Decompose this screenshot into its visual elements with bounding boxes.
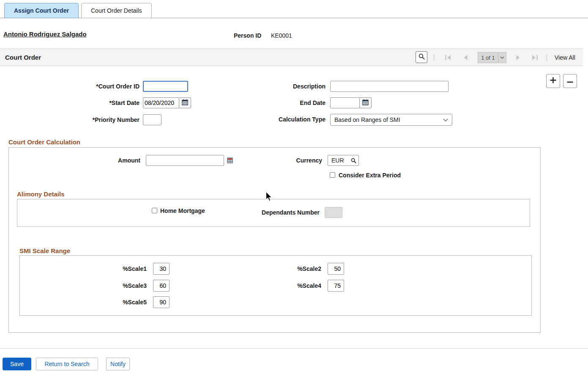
dependants-number-label: Dependants Number xyxy=(235,207,320,218)
tab-assign-label: Assign Court Order xyxy=(14,7,69,14)
home-mortgage-label: Home Mortgage xyxy=(160,205,205,216)
consider-extra-period-checkbox[interactable] xyxy=(330,172,335,178)
court-order-id-label: *Court Order ID xyxy=(0,81,139,92)
scale3-label: %Scale3 xyxy=(62,280,147,291)
scale5-input[interactable] xyxy=(153,296,170,308)
amount-label: Amount xyxy=(56,155,140,166)
start-date-input[interactable] xyxy=(143,97,179,108)
page-indicator-selector[interactable]: 1 of 1 xyxy=(478,52,506,63)
scale4-input[interactable] xyxy=(328,280,344,292)
home-mortgage-checkbox[interactable] xyxy=(152,208,157,213)
tab-details-label: Court Order Details xyxy=(91,7,142,14)
notify-button-label: Notify xyxy=(110,361,126,367)
delete-row-button[interactable] xyxy=(563,74,577,88)
minus-icon xyxy=(566,77,574,85)
calendar-icon xyxy=(362,99,369,107)
view-all-link[interactable]: View All xyxy=(555,54,575,61)
smi-section-title: SMI Scale Range xyxy=(19,247,70,254)
chevron-down-icon xyxy=(498,52,506,63)
scale5-label: %Scale5 xyxy=(62,297,147,308)
calculation-type-label: Calculation Type xyxy=(186,114,325,125)
calculation-type-value: Based on Ranges of SMI xyxy=(334,116,400,123)
end-date-label: End Date xyxy=(186,97,325,108)
scale4-label: %Scale4 xyxy=(237,280,321,291)
priority-number-input[interactable] xyxy=(143,114,161,125)
end-date-calendar-button[interactable] xyxy=(360,97,372,108)
description-label: Description xyxy=(186,81,325,92)
calculation-type-select[interactable]: Based on Ranges of SMI xyxy=(330,114,452,126)
divider xyxy=(434,54,434,61)
return-to-search-button[interactable]: Return to Search xyxy=(36,358,98,370)
calc-section-title: Court Order Calculation xyxy=(8,138,80,146)
plus-icon xyxy=(550,77,557,85)
chevron-down-icon xyxy=(443,119,448,121)
calculator-icon[interactable] xyxy=(227,157,233,165)
court-order-title: Court Order xyxy=(5,54,41,61)
tab-court-order-details[interactable]: Court Order Details xyxy=(81,3,152,18)
page-indicator-text: 1 of 1 xyxy=(478,55,498,61)
tab-assign-court-order[interactable]: Assign Court Order xyxy=(4,3,79,18)
next-page-icon[interactable] xyxy=(516,55,521,62)
footer-divider xyxy=(0,348,588,349)
last-page-icon[interactable] xyxy=(531,55,538,62)
previous-page-icon[interactable] xyxy=(463,55,468,62)
currency-field[interactable]: EUR xyxy=(328,155,359,166)
scale2-input[interactable] xyxy=(328,263,344,275)
first-page-icon[interactable] xyxy=(445,55,451,62)
start-date-label: *Start Date xyxy=(0,97,139,108)
scale1-label: %Scale1 xyxy=(62,263,147,274)
person-id-value: KE0001 xyxy=(271,32,292,39)
court-order-header-bar: Court Order 1 of 1 View All xyxy=(0,48,583,66)
description-input[interactable] xyxy=(330,81,449,92)
currency-label: Currency xyxy=(238,155,322,166)
amount-input[interactable] xyxy=(146,155,224,166)
return-to-search-label: Return to Search xyxy=(45,361,90,367)
lookup-search-icon[interactable] xyxy=(351,158,356,163)
save-button-label: Save xyxy=(10,361,24,367)
page: Assign Court Order Court Order Details A… xyxy=(0,0,588,375)
court-order-id-input[interactable] xyxy=(143,81,188,92)
alimony-section-title: Alimony Details xyxy=(17,190,65,198)
currency-value: EUR xyxy=(331,157,344,164)
person-name: Antonio Rodriguez Salgado xyxy=(3,30,87,38)
person-id-label: Person ID xyxy=(234,32,261,39)
scale1-input[interactable] xyxy=(153,263,170,275)
search-button[interactable] xyxy=(416,51,427,63)
tab-bar: Assign Court Order Court Order Details xyxy=(0,0,588,18)
add-row-button[interactable] xyxy=(546,74,560,88)
dependants-number-input xyxy=(325,207,342,218)
consider-extra-period-label: Consider Extra Period xyxy=(339,170,401,181)
scale3-input[interactable] xyxy=(153,280,170,292)
notify-button[interactable]: Notify xyxy=(106,358,130,370)
priority-number-label: *Priority Number xyxy=(0,114,139,125)
save-button[interactable]: Save xyxy=(3,358,31,370)
scale2-label: %Scale2 xyxy=(237,263,321,274)
end-date-input[interactable] xyxy=(330,97,360,108)
divider xyxy=(547,54,547,61)
search-icon xyxy=(418,53,425,61)
